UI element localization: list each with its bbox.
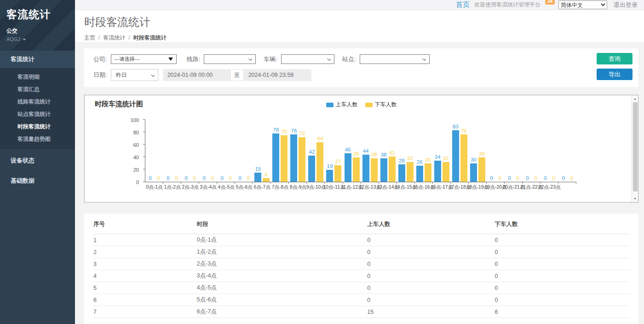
- bar-value-label: 30: [425, 157, 431, 162]
- chevron-down-icon: [327, 57, 331, 61]
- date-range-to-label: 至: [230, 69, 244, 81]
- sidebar-item-passenger-detail[interactable]: 客流明细: [0, 71, 75, 83]
- date-from-input[interactable]: 2024-01-09 00:00: [163, 69, 230, 81]
- bar-上车人数: 0: [542, 175, 549, 182]
- scrollbar-up-arrow-icon[interactable]: ▲: [632, 96, 638, 102]
- logout-link[interactable]: 退出登录: [614, 1, 638, 9]
- brand-title: 客流统计: [6, 7, 69, 22]
- bar-value-label: 0: [516, 175, 519, 181]
- bar-下车人数: 0: [532, 175, 539, 182]
- bar-group: 42649点-10点: [307, 120, 325, 182]
- sidebar: 客流统计 公交 AQGJ 客流统计 客流明细 客流汇总 线路客流统计 站点客流统…: [0, 0, 75, 324]
- sidebar-item-trend-chart[interactable]: 客流量趋势图: [0, 133, 75, 145]
- scrollbar-thumb[interactable]: [633, 102, 638, 191]
- breadcrumb-passenger-stats[interactable]: 客流统计: [103, 35, 125, 41]
- breadcrumb-current: 时段客流统计: [133, 35, 167, 41]
- bar: [299, 137, 305, 182]
- sidebar-item-device-status[interactable]: 设备状态: [0, 152, 75, 169]
- bar-group: 002点-3点: [181, 120, 199, 182]
- bar-value-label: 0: [247, 175, 250, 181]
- bar-group: 003点-4点: [199, 120, 217, 182]
- bar-value-label: 0: [552, 175, 555, 181]
- bar-group: 303918点-19点: [469, 120, 487, 182]
- bar-group: 0020点-21点: [505, 120, 523, 182]
- bar-value-label: 46: [345, 147, 351, 152]
- date-preset-select[interactable]: 昨日: [111, 69, 158, 81]
- app-window: 客流统计 公交 AQGJ 客流统计 客流明细 客流汇总 线路客流统计 站点客流统…: [0, 0, 644, 324]
- x-axis-label: 3点-4点: [200, 184, 217, 191]
- table-cell: 2点-3点: [197, 258, 367, 270]
- table-row: 10点-1点00: [93, 234, 629, 246]
- date-label: 日期:: [93, 71, 107, 79]
- bar-value-label: 0: [526, 175, 529, 181]
- bar-value-label: 27: [335, 159, 341, 164]
- bar-group: 0019点-20点: [487, 120, 505, 182]
- bar-value-label: 26: [417, 159, 423, 165]
- bar: [254, 173, 261, 182]
- legend-label: 下车人数: [375, 101, 397, 109]
- bar-group: 384113点-14点: [379, 120, 397, 182]
- bar: [308, 156, 315, 182]
- legend-swatch: [365, 103, 373, 107]
- table-cell: 0: [367, 270, 494, 282]
- table-cell: 0: [367, 234, 494, 246]
- breadcrumb-home[interactable]: 主页: [84, 35, 95, 41]
- page-title: 时段客流统计: [84, 15, 644, 29]
- company-label: 公司:: [93, 55, 107, 64]
- table-cell: 2: [93, 246, 197, 258]
- bar-上车人数: 0: [183, 175, 190, 182]
- sidebar-item-passenger-stats[interactable]: 客流统计: [0, 51, 75, 68]
- bar-下车人数: 27: [334, 159, 341, 182]
- vehicle-select[interactable]: [281, 54, 334, 64]
- notification-badge[interactable]: 34: [545, 0, 555, 5]
- language-select[interactable]: 简体中文: [558, 0, 607, 9]
- bar-上车人数: 0: [560, 175, 567, 182]
- export-button[interactable]: 导出: [597, 69, 632, 80]
- column-header: 时段: [197, 215, 367, 234]
- sidebar-item-base-data[interactable]: 基础数据: [0, 172, 75, 190]
- sidebar-item-period-stats[interactable]: 时段客流统计: [0, 121, 75, 133]
- home-link[interactable]: 首页: [456, 0, 470, 9]
- query-button[interactable]: 查询: [597, 53, 632, 64]
- chart-scrollbar[interactable]: ▲ ▼: [632, 95, 638, 202]
- scrollbar-down-arrow-icon[interactable]: ▼: [632, 196, 638, 202]
- breadcrumb: 主页/客流统计/时段客流统计: [84, 34, 644, 42]
- legend-item-上车人数[interactable]: 上车人数: [326, 101, 358, 109]
- bar-value-label: 0: [544, 175, 546, 181]
- bar: [389, 156, 396, 182]
- sidebar-item-line-stats[interactable]: 线路客流统计: [0, 96, 75, 108]
- line-select[interactable]: [204, 54, 256, 64]
- x-axis-label: 2点-3点: [182, 184, 199, 191]
- period-stats-table: 序号时段上车人数下车人数 10点-1点0021点-2点0032点-3点0043点…: [93, 215, 629, 318]
- bar-下车人数: 30: [425, 157, 431, 182]
- bar-value-label: 0: [167, 175, 169, 181]
- sidebar-item-station-stats[interactable]: 站点客流统计: [0, 108, 75, 121]
- table-cell: 4点-5点: [197, 282, 367, 294]
- table-body: 10点-1点0021点-2点0032点-3点0043点-4点0054点-5点00…: [93, 234, 629, 318]
- bar-下车人数: 32: [443, 156, 449, 182]
- bar-group: 283214点-15点: [397, 120, 415, 182]
- bar-value-label: 0: [229, 175, 232, 181]
- vehicle-label: 车辆:: [264, 55, 277, 64]
- company-select-value: ---请选择---: [111, 55, 176, 64]
- bar: [434, 161, 441, 182]
- legend-swatch: [326, 103, 334, 107]
- bar-下车人数: 0: [209, 175, 216, 182]
- sidebar-item-passenger-summary[interactable]: 客流汇总: [0, 83, 75, 96]
- org-code-dropdown[interactable]: AQGJ: [6, 36, 69, 42]
- table-row: 54点-5点00: [93, 282, 629, 294]
- table-cell: 6点-7点: [197, 306, 367, 318]
- table-cell: 0: [495, 270, 629, 282]
- company-select[interactable]: ---请选择---: [111, 54, 177, 64]
- station-select[interactable]: [360, 54, 430, 64]
- chart-plot-area: 000点-1点001点-2点002点-3点003点-4点004点-5点005点-…: [145, 120, 576, 182]
- bar-上车人数: 76: [290, 128, 297, 182]
- bar-下车人数: 0: [173, 175, 180, 182]
- bar-value-label: 0: [490, 175, 493, 181]
- bar-group: 837617点-18点: [451, 120, 469, 182]
- bar-value-label: 0: [149, 175, 151, 181]
- x-axis-label: 4点-5点: [218, 184, 235, 191]
- date-to-input[interactable]: 2024-01-09 23:59: [244, 69, 311, 81]
- caret-down-icon: [23, 39, 26, 40]
- legend-item-下车人数[interactable]: 下车人数: [365, 101, 397, 109]
